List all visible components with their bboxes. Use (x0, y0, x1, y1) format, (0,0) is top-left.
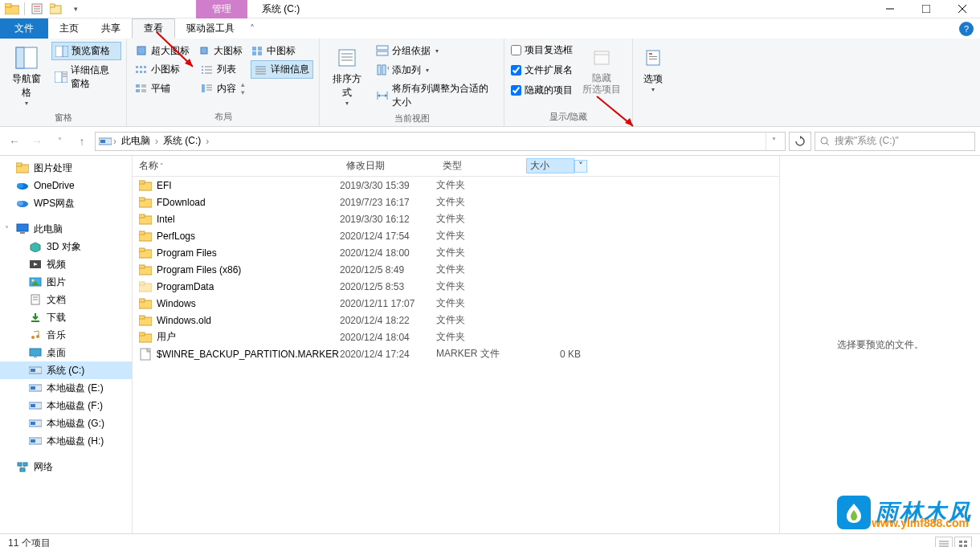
wps-icon (16, 197, 29, 210)
svg-rect-17 (62, 71, 67, 83)
tab-home[interactable]: 主页 (48, 18, 90, 39)
column-size-dropdown-icon[interactable]: ˅ (574, 160, 587, 173)
table-row[interactable]: 用户2020/12/4 18:04文件夹 (133, 329, 779, 345)
new-folder-icon[interactable] (47, 0, 65, 18)
up-button[interactable]: ↑ (72, 132, 92, 151)
sidebar-item[interactable]: WPS网盘 (0, 194, 132, 212)
layout-medium-button[interactable]: 中图标 (247, 42, 299, 59)
sidebar-item[interactable]: ˅此电脑 (0, 220, 132, 238)
preview-pane: 选择要预览的文件。 (779, 156, 980, 533)
item-checkboxes-checkbox[interactable]: 项目复选框 (509, 42, 574, 59)
table-row[interactable]: $WINRE_BACKUP_PARTITION.MARKER2020/12/4 … (133, 345, 779, 362)
view-details-toggle[interactable] (935, 537, 953, 548)
layout-tiles-button[interactable]: 平铺 (132, 80, 174, 97)
sidebar-item[interactable]: 3D 对象 (0, 238, 132, 255)
refresh-button[interactable] (789, 132, 811, 151)
sidebar-item[interactable]: 图片 (0, 273, 132, 291)
nav-pane-button[interactable]: 导航窗格 ▾ (5, 42, 48, 110)
properties-icon[interactable] (28, 0, 46, 18)
sidebar-item[interactable]: 网络 (0, 458, 132, 476)
svg-rect-112 (31, 439, 35, 443)
breadcrumb-sep-icon[interactable]: › (206, 136, 209, 147)
sidebar-item[interactable]: OneDrive (0, 177, 132, 194)
close-button[interactable] (944, 0, 980, 18)
ribbon-expand-icon[interactable]: ˄ (246, 18, 259, 39)
table-row[interactable]: EFI2019/3/30 15:39文件夹 (133, 177, 779, 194)
forward-button[interactable]: → (27, 132, 47, 151)
search-input[interactable]: 搜索"系统 (C:)" (815, 132, 975, 151)
group-by-button[interactable]: 分组依据▾ (373, 42, 499, 59)
annotation-arrow-1 (153, 28, 201, 72)
list-icon (201, 63, 214, 76)
sidebar-item[interactable]: 图片处理 (0, 159, 132, 177)
layout-list-button[interactable]: 列表 (198, 60, 239, 79)
svg-point-93 (32, 280, 35, 282)
tab-share[interactable]: 共享 (90, 18, 132, 39)
qat-dropdown-icon[interactable]: ▾ (67, 0, 84, 18)
minimize-button[interactable] (872, 0, 908, 18)
sidebar-item[interactable]: 音乐 (0, 326, 132, 344)
table-row[interactable]: FDownload2019/7/23 16:17文件夹 (133, 194, 779, 210)
back-button[interactable]: ← (5, 132, 24, 151)
column-name[interactable]: 名称˄ (133, 159, 340, 173)
recent-locations-button[interactable]: ˅ (50, 132, 69, 151)
contextual-tab-manage[interactable]: 管理 (196, 0, 247, 18)
table-row[interactable]: Windows2020/12/11 17:07文件夹 (133, 295, 779, 312)
table-row[interactable]: Program Files2020/12/4 18:00文件夹 (133, 244, 779, 261)
svg-rect-114 (23, 463, 27, 466)
sidebar-item[interactable]: 系统 (C:) (0, 361, 132, 379)
file-name: PerfLogs (157, 231, 195, 242)
maximize-button[interactable] (908, 0, 944, 18)
add-columns-button[interactable]: +添加列▾ (373, 61, 499, 79)
file-name: Intel (157, 214, 175, 225)
layout-large-button[interactable]: 大图标 (194, 42, 246, 59)
breadcrumb-sep-icon[interactable]: › (155, 136, 158, 147)
options-icon (640, 45, 666, 71)
sidebar-item[interactable]: 本地磁盘 (E:) (0, 379, 132, 397)
layout-scroll-down-icon[interactable]: ▾ (241, 88, 245, 96)
breadcrumb-drive[interactable]: 系统 (C:) (160, 134, 204, 148)
file-name: Program Files (157, 247, 217, 259)
options-button[interactable]: 选项 ▾ (635, 42, 671, 96)
breadcrumb-this-pc[interactable]: 此电脑 (118, 134, 153, 148)
table-row[interactable]: Intel2019/3/30 16:12文件夹 (133, 210, 779, 227)
layout-content-button[interactable]: 内容 (198, 80, 239, 97)
sidebar-item[interactable]: 本地磁盘 (F:) (0, 397, 132, 414)
size-all-columns-button[interactable]: 将所有列调整为合适的大小 (373, 80, 499, 111)
folder-icon (139, 247, 152, 259)
folder-icon (139, 263, 152, 276)
sidebar-item[interactable]: 本地磁盘 (G:) (0, 414, 132, 432)
table-row[interactable]: Program Files (x86)2020/12/5 8:49文件夹 (133, 261, 779, 278)
column-type[interactable]: 类型 (436, 159, 526, 173)
hidden-items-checkbox[interactable]: 隐藏的项目 (509, 82, 574, 99)
address-dropdown-icon[interactable]: ˅ (766, 133, 782, 150)
folder-icon (139, 297, 152, 310)
help-icon[interactable]: ? (959, 22, 974, 36)
view-large-toggle[interactable] (954, 537, 972, 548)
sidebar-item[interactable]: 文档 (0, 291, 132, 308)
table-row[interactable]: ProgramData2020/12/5 8:53文件夹 (133, 278, 779, 295)
layout-scroll-up-icon[interactable]: ▴ (241, 80, 245, 88)
table-row[interactable]: PerfLogs2020/12/4 17:54文件夹 (133, 227, 779, 244)
column-date[interactable]: 修改日期 (340, 159, 436, 173)
sidebar-item[interactable]: 本地磁盘 (H:) (0, 432, 132, 450)
table-row[interactable]: Windows.old2020/12/4 18:22文件夹 (133, 312, 779, 329)
address-bar[interactable]: › 此电脑 › 系统 (C:) › ˅ (95, 132, 786, 151)
sidebar-item[interactable]: 视频 (0, 255, 132, 273)
file-date: 2020/12/4 18:22 (340, 315, 436, 326)
column-size[interactable]: 大小 (526, 158, 574, 173)
sidebar-item[interactable]: 下载 (0, 308, 132, 326)
sort-by-button[interactable]: 排序方式 ▾ (325, 42, 370, 110)
expand-icon[interactable]: ˅ (5, 225, 9, 234)
preview-pane-button[interactable]: 预览窗格 (51, 42, 121, 60)
file-extensions-checkbox[interactable]: 文件扩展名 (509, 62, 574, 79)
sidebar-item[interactable]: 桌面 (0, 344, 132, 361)
breadcrumb-sep-icon[interactable]: › (113, 136, 116, 147)
details-pane-button[interactable]: 详细信息窗格 (51, 62, 121, 92)
tab-file[interactable]: 文件 (0, 18, 48, 39)
hide-selected-button[interactable]: 隐藏所选项目 (578, 42, 626, 99)
svg-point-79 (821, 137, 827, 144)
layout-details-button[interactable]: 详细信息 (251, 60, 313, 79)
svg-rect-129 (139, 265, 145, 268)
sidebar-item-label: 视频 (47, 258, 66, 271)
